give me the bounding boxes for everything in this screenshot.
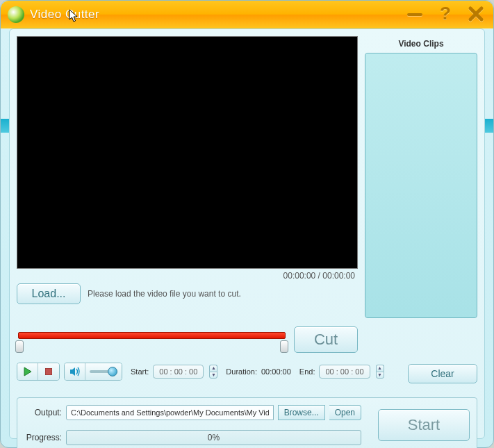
end-label: End: (299, 367, 315, 376)
play-icon (24, 367, 32, 376)
time-total: 00:00:00 (322, 271, 355, 281)
open-button[interactable]: Open (329, 405, 361, 420)
video-preview[interactable] (17, 36, 358, 269)
load-hint: Please load the video file you want to c… (88, 289, 241, 299)
trim-range-bar (18, 332, 286, 339)
mute-button[interactable] (65, 363, 85, 380)
close-button[interactable] (467, 5, 485, 23)
start-time-stepper: ▲ ▼ (209, 365, 217, 379)
svg-rect-2 (45, 368, 52, 375)
svg-text:?: ? (440, 5, 451, 23)
stop-icon (45, 368, 52, 375)
trim-handle-start[interactable] (15, 340, 24, 353)
minimize-button[interactable] (406, 5, 424, 23)
play-button[interactable] (17, 363, 38, 380)
duration-value: 00:00:00 (261, 367, 291, 376)
window-controls: ? (406, 5, 485, 23)
progress-value: 0% (208, 433, 220, 442)
svg-rect-0 (407, 13, 422, 16)
end-step-down[interactable]: ▼ (376, 372, 384, 379)
browse-button[interactable]: Browse... (278, 405, 325, 420)
end-time-input[interactable]: 00 : 00 : 00 (319, 365, 370, 379)
start-label: Start: (131, 367, 149, 376)
end-step-up[interactable]: ▲ (376, 365, 384, 372)
app-logo-icon (8, 6, 24, 23)
titlebar[interactable]: Video Cutter ? (1, 1, 493, 28)
volume-knob[interactable] (108, 367, 117, 376)
progress-bar: 0% (66, 430, 361, 445)
clear-button[interactable]: Clear (408, 364, 477, 383)
time-readout: 00:00:00 / 00:00:00 (17, 269, 358, 281)
bottom-panel: Output: Browse... Open Progress: 0% Star… (17, 397, 477, 448)
progress-label: Progress: (24, 433, 62, 442)
load-button[interactable]: Load... (17, 283, 81, 304)
app-title: Video Cutter (30, 8, 99, 22)
clips-panel-title: Video Clips (365, 36, 477, 53)
app-window: Video Cutter ? 00:00:00 / 00:00:00 (0, 0, 494, 448)
playback-controls (17, 363, 60, 381)
volume-controls (64, 363, 122, 381)
trim-range[interactable] (17, 326, 287, 353)
stop-button[interactable] (38, 363, 59, 380)
trim-handle-end[interactable] (280, 340, 288, 353)
clips-panel[interactable] (365, 53, 477, 318)
duration-label: Duration: (226, 367, 257, 376)
output-label: Output: (24, 408, 62, 417)
cut-button[interactable]: Cut (294, 326, 358, 353)
help-button[interactable]: ? (436, 5, 454, 23)
start-step-up[interactable]: ▲ (209, 365, 217, 372)
volume-slider[interactable] (85, 363, 122, 380)
output-path-input[interactable] (66, 405, 274, 420)
time-current: 00:00:00 (283, 271, 316, 281)
start-step-down[interactable]: ▼ (209, 372, 217, 379)
start-button[interactable]: Start (378, 409, 470, 441)
start-time-input[interactable]: 00 : 00 : 00 (153, 365, 204, 379)
speaker-icon (69, 367, 81, 376)
end-time-stepper: ▲ ▼ (376, 365, 384, 379)
workarea: 00:00:00 / 00:00:00 Load... Please load … (9, 28, 485, 439)
